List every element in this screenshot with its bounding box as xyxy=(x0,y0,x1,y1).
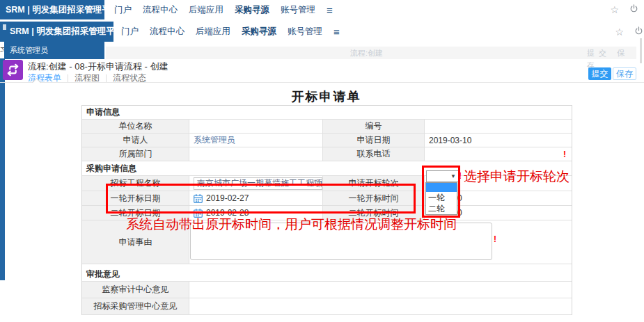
annotation-box-dates xyxy=(106,184,416,214)
main-nav: 门户 流程中心 后端应用 采购寻源 账号管理 ≡ xyxy=(114,0,333,19)
field-label-bid-mgmt-center-opinion: 招标采购管理中心意见 xyxy=(82,298,189,314)
field-value-department xyxy=(189,147,323,161)
left-sidebar-strip xyxy=(0,58,5,280)
nav-backend-apps-2[interactable]: 后端应用 xyxy=(196,26,230,38)
nav-process-center-2[interactable]: 流程中心 xyxy=(150,26,184,38)
top-window-bar: SRM | 明发集团招采管理平台 门户 流程中心 后端应用 采购寻源 账号管理 … xyxy=(0,0,644,19)
nav-sourcing[interactable]: 采购寻源 xyxy=(235,4,269,16)
nav-portal[interactable]: 门户 xyxy=(114,4,132,16)
section-header-approval: 审批意见 xyxy=(82,268,572,282)
annotation-box-dropdown xyxy=(422,166,460,218)
second-window-bar: SRM | 明发集团招采管理平台 门户 流程中心 后端应用 采购寻源 账号管理 … xyxy=(0,22,644,42)
annotation-auto-time: 系统自动带出原开标时间，用户可根据情况调整开标时间 xyxy=(126,216,457,234)
save-button[interactable]: 保存 xyxy=(613,67,636,80)
form-title: 开标申请单 xyxy=(81,88,571,105)
table-row: 招标采购管理中心意见 xyxy=(82,298,572,315)
hamburger-menu-icon-2[interactable]: ≡ xyxy=(333,26,340,38)
field-label-apply-date: 申请日期 xyxy=(323,134,425,147)
submit-button[interactable]: 提交 xyxy=(588,67,611,80)
main-nav-2: 门户 流程中心 后端应用 采购寻源 账号管理 ≡ xyxy=(121,22,340,42)
required-mark: ! xyxy=(563,150,572,159)
required-mark: ! xyxy=(494,234,496,244)
header-divider xyxy=(0,82,644,83)
field-value-apply-date: 2019-03-10 xyxy=(425,134,572,147)
favorite-star-icon-2[interactable]: ☆ xyxy=(615,27,624,37)
logout-power-icon[interactable] xyxy=(629,4,638,15)
applicant-name: 系统管理员 xyxy=(194,134,235,146)
tab-divider xyxy=(68,74,68,82)
app-brand: SRM | 明发集团招采管理平台 xyxy=(0,0,104,19)
ghost-window-title: 流程:创建 xyxy=(350,47,383,59)
field-value-unit-name xyxy=(189,120,323,133)
sidebar-user-label: 系统管理员 xyxy=(4,42,104,59)
table-row: 申请人 系统管理员 申请日期 2019-03-10 xyxy=(82,134,572,147)
nav-portal-2[interactable]: 门户 xyxy=(121,26,139,38)
tab-divider xyxy=(106,74,107,82)
section-header-application-info: 申请信息 xyxy=(82,106,572,120)
process-sync-icon xyxy=(3,60,23,80)
hamburger-menu-icon[interactable]: ≡ xyxy=(327,4,333,16)
field-value-applicant: 系统管理员 xyxy=(189,134,323,147)
nav-account-2[interactable]: 账号管理 xyxy=(288,26,322,38)
nav-account[interactable]: 账号管理 xyxy=(281,4,315,16)
field-value-audit-center-opinion xyxy=(189,282,572,298)
nav-sourcing-2[interactable]: 采购寻源 xyxy=(242,26,276,38)
table-row: 单位名称 编号 xyxy=(82,120,572,134)
annotation-select-round: 选择申请开标轮次 xyxy=(464,168,570,186)
field-label-unit-name: 单位名称 xyxy=(82,120,189,133)
field-label-number: 编号 xyxy=(323,120,425,133)
table-row: 所属部门 联系电话 ! xyxy=(82,147,572,161)
background-window-band: 流程:创建 提交 保存 xyxy=(106,47,636,59)
nav-backend-apps[interactable]: 后端应用 xyxy=(189,4,223,16)
window-icons-2: ☆ xyxy=(615,22,643,42)
scrollbar[interactable] xyxy=(640,38,642,63)
field-label-department: 所属部门 xyxy=(82,147,189,161)
field-label-audit-center-opinion: 监察审计中心意见 xyxy=(82,282,189,298)
field-value-phone[interactable]: ! xyxy=(425,147,572,161)
app-brand-2: SRM | 明发集团招采管理平台 xyxy=(0,22,113,42)
field-value-bid-mgmt-center-opinion xyxy=(189,298,572,314)
field-label-applicant: 申请人 xyxy=(82,134,189,147)
favorite-star-icon[interactable]: ☆ xyxy=(610,5,619,15)
nav-process-center[interactable]: 流程中心 xyxy=(143,4,178,16)
window-edge-fragment xyxy=(3,24,6,30)
logout-power-icon-2[interactable] xyxy=(634,26,643,38)
table-row: 监察审计中心意见 xyxy=(82,282,572,298)
window-icons: ☆ xyxy=(610,0,638,19)
field-value-number xyxy=(425,120,572,133)
field-label-phone: 联系电话 xyxy=(323,147,425,161)
process-title: 流程:创建 - 08-开标申请流程 - 创建 xyxy=(28,61,168,73)
